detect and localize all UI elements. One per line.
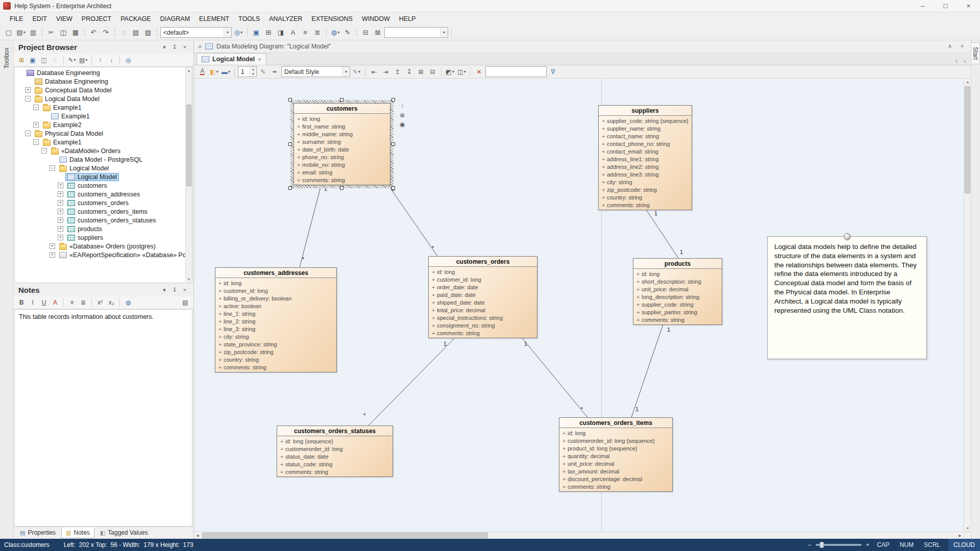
association-connector[interactable] [645,208,678,258]
line-width-spinner[interactable]: 1▲▼ [238,66,257,77]
insert-columns-button[interactable]: ◨ [275,27,286,38]
menu-extensions[interactable]: EXTENSIONS [307,14,357,24]
tab-logical-model[interactable]: Logical Model × [197,53,266,65]
entity-attribute[interactable]: +contact_phone_no: string [599,140,692,147]
bullet-list-button[interactable]: ≡ [67,297,77,308]
entity-attribute[interactable]: +line_2: string [215,317,336,325]
align-top-button[interactable]: ↥ [392,66,403,77]
menu-element[interactable]: ELEMENT [194,14,234,24]
resize-handle[interactable] [340,186,344,190]
entity-attribute[interactable]: +city: string [215,333,336,340]
align-bottom-button[interactable]: ↧ [404,66,414,77]
bold-button[interactable]: B [16,297,27,308]
maximize-button[interactable]: □ [934,0,957,12]
font-color-button[interactable]: A [50,297,60,308]
collapse-icon[interactable]: − [33,105,39,110]
tree-item-example1[interactable]: Example1 [15,112,185,120]
entity-customers_orders_items[interactable]: customers_orders_items+id: long+customer… [559,417,673,492]
subscript-button[interactable]: x₂ [106,297,116,308]
tree-scrollbar[interactable]: ▲ ▼ [185,67,192,283]
tree-item-customers-addresses[interactable]: +customers_addresses [15,190,185,198]
expand-icon[interactable]: + [33,122,39,128]
entity-attribute[interactable]: +id: long [429,268,537,276]
menu-analyzer[interactable]: ANALYZER [264,14,307,24]
entity-attribute[interactable]: +customer_id: long [215,287,336,294]
line-color-button[interactable]: ▬▾ [220,66,231,77]
diagram-search-input[interactable] [485,66,547,77]
entity-attribute[interactable]: +comments: string [294,176,390,184]
zoom-slider[interactable] [816,544,862,546]
open-project-button[interactable]: ▤▾ [15,27,27,38]
tree-item-data-model-postgresql[interactable]: Data Model - PostgreSQL [15,155,185,164]
zoom-slider-thumb[interactable] [820,542,824,548]
edit-button[interactable]: ✎ [342,27,353,38]
v-scroll-thumb[interactable] [965,86,970,193]
menu-window[interactable]: WINDOW [357,14,395,24]
entity-attribute[interactable]: +supplier_partno: string [633,308,722,316]
menu-project[interactable]: PROJECT [77,14,116,24]
entity-attribute[interactable]: +special_instructions: string [429,314,537,321]
expand-icon[interactable]: + [50,243,55,249]
entity-attribute[interactable]: +product_id: long {sequence} [559,444,672,452]
align-right-button[interactable]: ⇥ [380,66,391,77]
tree-item-customers-orders-items[interactable]: +customers_orders_items [15,207,185,216]
italic-button[interactable]: I [28,297,38,308]
paste-button[interactable]: ▦ [70,27,81,38]
toolbox-tab[interactable]: Toolbox [2,43,11,72]
scroll-tabs-left-icon[interactable]: ‹ [952,58,961,65]
print-preview-button[interactable]: ▨ [142,27,154,38]
expand-icon[interactable]: + [58,226,63,232]
entity-attribute[interactable]: +comments: string [429,329,537,337]
expand-icon[interactable]: + [58,235,63,240]
entity-attribute[interactable]: +paid_date: date [429,291,537,298]
spinner-up-icon[interactable]: ▲ [250,67,256,72]
save-button[interactable]: ▥ [28,27,39,38]
entity-attribute[interactable]: +tax_amount: decimal [559,467,672,475]
new-diagram-button[interactable]: ▣ [251,27,262,38]
chevron-down-icon[interactable]: ▾ [224,28,231,37]
entity-attribute[interactable]: +comments: string [633,316,722,323]
close-frame-icon[interactable]: × [958,43,967,49]
entity-customers_orders[interactable]: customers_orders+id: long+customer_id: l… [428,256,537,338]
window-tile-button[interactable]: ⊟ [360,27,371,38]
canvas-horizontal-scrollbar[interactable]: ◀ ▶ [194,532,964,539]
entity-attribute[interactable]: +zip_postcode: string [215,348,336,356]
tree-scroll-thumb[interactable] [186,105,191,186]
menu-diagram[interactable]: DIAGRAM [156,14,194,24]
entity-attribute[interactable]: +date_of_birth: date [294,145,390,153]
collapse-frame-icon[interactable]: ∧ [945,43,954,49]
help-button[interactable]: ◎▾ [233,27,244,38]
diagram-note[interactable]: Logical data models help to define the d… [767,236,927,359]
expand-icon[interactable]: + [58,209,63,214]
entity-attribute[interactable]: +phone_no: string [294,153,390,161]
entity-attribute[interactable]: +comments: string [559,483,672,490]
set-font-color-button[interactable]: A [197,66,208,77]
numbered-list-button[interactable]: ≣ [78,297,88,308]
resize-handle[interactable] [340,98,344,102]
tree-item-customers-orders[interactable]: +customers_orders [15,198,185,207]
scroll-left-icon[interactable]: ◀ [194,532,201,539]
tab-tagged-values[interactable]: ◧Tagged Values [95,528,153,538]
entity-attribute[interactable]: +country: string [215,356,336,363]
default-perspective-combo[interactable]: <default>▾ [160,27,232,38]
cut-button[interactable]: ✂ [45,27,57,38]
tree-item-logical-model[interactable]: −Logical Model [15,164,185,172]
numbered-list-button[interactable]: ≣ [312,27,323,38]
edit-menu-button[interactable]: ✎▾ [67,55,77,65]
entity-attribute[interactable]: +contact_email: string [599,147,692,155]
entity-attribute[interactable]: +supplier_code: string {sequence} [599,117,692,124]
entity-attribute[interactable]: +billing_or_delivery: boolean [215,294,336,302]
entity-attribute[interactable]: +total_price: decimal [429,306,537,314]
entity-attribute[interactable]: +status_code: string [277,460,393,468]
canvas-vertical-scrollbar[interactable]: ▲ ▼ [964,79,971,532]
entity-attribute[interactable]: +supplier_code: string [633,300,722,308]
quick-search-combo[interactable]: ▾ [384,27,448,38]
spinner-down-icon[interactable]: ▼ [250,72,256,77]
redo-button[interactable]: ↷ [100,27,111,38]
window-cascade-button[interactable]: ⊠ [372,27,383,38]
quick-linker-arrow-icon[interactable]: ↑ [398,102,406,110]
expand-icon[interactable]: + [58,217,63,223]
entity-attribute[interactable]: +country: string [599,193,692,201]
entity-attribute[interactable]: +address_line3: string [599,170,692,178]
bullet-list-button[interactable]: ≡ [300,27,311,38]
